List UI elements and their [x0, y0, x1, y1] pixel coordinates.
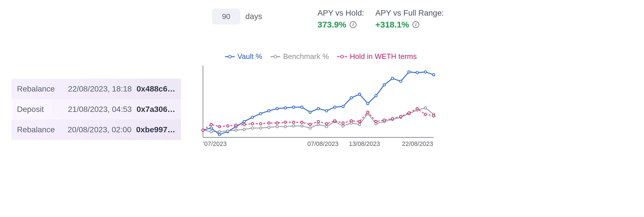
svg-point-30 — [433, 74, 435, 76]
legend-label: Hold in WETH terms — [350, 52, 417, 61]
svg-point-80 — [367, 111, 369, 113]
svg-point-38 — [260, 127, 262, 129]
legend-label: Vault % — [237, 52, 262, 61]
svg-point-77 — [342, 122, 344, 124]
performance-chart: '07/202307/08/202313/08/202322/08/2023 — [198, 64, 435, 149]
svg-point-21 — [358, 93, 361, 95]
svg-point-24 — [383, 84, 385, 86]
svg-point-18 — [334, 106, 336, 108]
svg-point-45 — [317, 123, 319, 125]
svg-point-3 — [210, 127, 212, 129]
apy-vs-fullrange-metric: APY vs Full Range: +318.1% i — [375, 8, 444, 29]
tx-type: Deposit — [17, 105, 63, 114]
legend-label: Benchmark % — [283, 52, 329, 61]
days-group: days — [212, 8, 262, 24]
days-input[interactable] — [212, 8, 240, 24]
svg-point-63 — [226, 125, 229, 127]
metric-value: +318.1% — [375, 20, 409, 29]
tx-date: 22/08/2023, 18:18 — [63, 84, 137, 93]
tx-date: 20/08/2023, 02:00 — [63, 125, 136, 134]
svg-point-20 — [350, 97, 352, 99]
svg-point-36 — [243, 128, 245, 131]
svg-point-85 — [408, 112, 410, 114]
svg-point-43 — [301, 125, 303, 127]
svg-point-9 — [260, 112, 262, 115]
svg-point-15 — [309, 111, 311, 113]
svg-point-10 — [268, 110, 270, 112]
svg-text:13/08/2023: 13/08/2023 — [349, 140, 380, 147]
svg-point-17 — [325, 110, 328, 112]
tx-type: Rebalance — [17, 84, 63, 93]
tx-hash-link[interactable]: 0x488c6… — [137, 84, 175, 93]
svg-point-33 — [218, 130, 221, 133]
chart-svg: '07/202307/08/202313/08/202322/08/2023 — [198, 64, 435, 149]
svg-point-79 — [358, 120, 361, 123]
svg-point-78 — [350, 120, 352, 122]
metric-label: APY vs Hold: — [317, 8, 364, 18]
svg-point-34 — [226, 130, 229, 132]
tx-hash-link[interactable]: 0x7a306… — [137, 105, 175, 114]
svg-point-35 — [235, 129, 237, 131]
svg-point-70 — [284, 121, 286, 123]
controls-row: days APY vs Hold: 373.9% i APY vs Full R… — [198, 8, 444, 29]
metric-label: APY vs Full Range: — [375, 8, 444, 18]
svg-point-8 — [251, 116, 254, 118]
svg-text:'07/2023: '07/2023 — [203, 140, 227, 147]
performance-panel: days APY vs Hold: 373.9% i APY vs Full R… — [198, 8, 444, 149]
svg-point-19 — [342, 105, 344, 108]
tx-hash-link[interactable]: 0xbe997… — [136, 125, 175, 134]
table-row: Rebalance 22/08/2023, 18:18 0x488c6… — [11, 79, 181, 99]
svg-point-68 — [268, 122, 270, 124]
svg-point-74 — [317, 120, 319, 123]
info-icon[interactable]: i — [412, 21, 419, 28]
svg-point-82 — [383, 119, 385, 121]
svg-point-87 — [424, 113, 427, 116]
svg-point-44 — [309, 127, 311, 129]
tx-date: 21/08/2023, 04:53 — [63, 105, 137, 114]
svg-point-83 — [391, 118, 394, 120]
svg-point-23 — [375, 94, 377, 97]
legend-item-vault[interactable]: Vault % — [225, 52, 262, 61]
svg-point-58 — [424, 107, 427, 109]
svg-point-46 — [325, 125, 328, 128]
apy-vs-hold-metric: APY vs Hold: 373.9% i — [317, 8, 364, 29]
svg-point-16 — [317, 107, 319, 110]
svg-point-69 — [276, 122, 278, 124]
svg-point-60 — [202, 129, 204, 131]
svg-point-39 — [268, 126, 270, 128]
svg-point-7 — [243, 120, 245, 123]
svg-point-62 — [218, 125, 221, 128]
svg-point-72 — [301, 121, 303, 123]
svg-point-88 — [433, 115, 435, 117]
svg-point-26 — [399, 80, 402, 82]
table-row: Deposit 21/08/2023, 04:53 0x7a306… — [11, 99, 181, 120]
svg-text:22/08/2023: 22/08/2023 — [402, 140, 433, 147]
svg-point-40 — [276, 125, 278, 128]
svg-point-64 — [235, 124, 237, 126]
svg-point-28 — [416, 71, 418, 74]
svg-point-81 — [375, 120, 377, 123]
table-row: Rebalance 20/08/2023, 02:00 0xbe997… — [11, 120, 181, 140]
svg-point-37 — [251, 127, 254, 129]
svg-point-42 — [292, 125, 295, 127]
svg-point-11 — [276, 107, 278, 110]
svg-point-65 — [243, 123, 245, 125]
svg-point-22 — [367, 102, 369, 105]
svg-point-61 — [210, 123, 212, 125]
chart-marker-icon — [225, 55, 235, 59]
legend-item-benchmark[interactable]: Benchmark % — [271, 52, 329, 61]
svg-point-14 — [301, 106, 303, 108]
svg-point-75 — [325, 123, 328, 125]
info-icon[interactable]: i — [350, 21, 356, 28]
days-unit-label: days — [245, 12, 262, 21]
svg-point-25 — [391, 77, 394, 80]
svg-point-50 — [358, 123, 361, 125]
chart-marker-icon — [271, 55, 280, 59]
svg-text:07/08/2023: 07/08/2023 — [307, 140, 338, 147]
svg-point-41 — [284, 125, 286, 128]
svg-point-13 — [292, 106, 295, 108]
tx-type: Rebalance — [17, 125, 63, 134]
legend-item-hold[interactable]: Hold in WETH terms — [337, 52, 417, 61]
svg-point-67 — [260, 123, 262, 125]
svg-point-27 — [408, 71, 410, 73]
